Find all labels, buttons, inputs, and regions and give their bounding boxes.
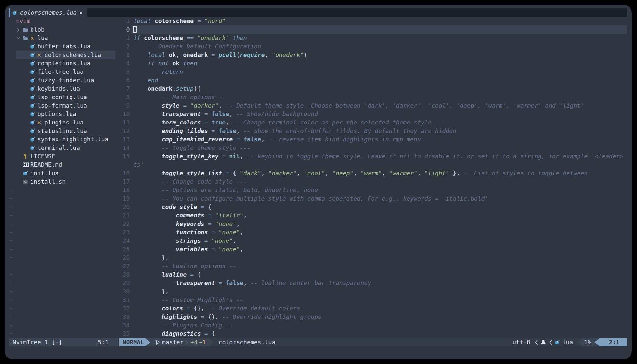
code-text: onedark.setup({ bbox=[133, 84, 201, 93]
code-line: 24 strings = "none", bbox=[5, 237, 632, 245]
code-line: 31 -- Custom Highlights -- bbox=[5, 296, 632, 304]
statusline: NvimTree_1 [-]5:1NORMALmaster+4~1colorsc… bbox=[5, 338, 632, 346]
line-number: 20 bbox=[119, 203, 130, 211]
code-line: 3 local ok, onedark = pcall(require, "on… bbox=[5, 51, 632, 59]
code-line: ts' bbox=[5, 161, 632, 169]
code-text: -- Lualine options -- bbox=[133, 262, 236, 270]
code-text: lualine = { bbox=[133, 270, 201, 279]
line-number: 29 bbox=[119, 279, 130, 287]
code-text: -- Plugins Config -- bbox=[133, 321, 233, 330]
code-line: 5 return bbox=[5, 68, 632, 76]
line-number: 2 bbox=[119, 42, 130, 51]
statusline-mode: NORMAL bbox=[123, 338, 144, 346]
linux-icon bbox=[540, 339, 546, 345]
code-text: if colorscheme == "onedark" then bbox=[133, 34, 247, 42]
tab-label[interactable]: colorschemes.lua bbox=[20, 8, 77, 17]
line-number: 12 bbox=[119, 127, 130, 135]
tab-file-icon bbox=[12, 10, 17, 15]
code-text: local ok, onedark = pcall(require, "oned… bbox=[133, 51, 307, 59]
code-text: -- Onedark Default Configuration bbox=[133, 42, 261, 51]
separator-chevron-icon bbox=[534, 339, 540, 345]
line-number: 22 bbox=[119, 220, 130, 228]
line-number: 23 bbox=[119, 228, 130, 237]
code-text: end bbox=[133, 76, 158, 84]
code-line: 23 functions = "none", bbox=[5, 228, 632, 237]
code-line: 34 -- Plugins Config -- bbox=[5, 321, 632, 330]
git-branch-icon bbox=[155, 340, 161, 345]
line-number: 27 bbox=[119, 262, 130, 270]
code-text: }, bbox=[133, 254, 169, 262]
code-line: 15 toggle_style_key = nil, -- keybind to… bbox=[5, 152, 632, 161]
line-number: 30 bbox=[119, 287, 130, 296]
code-line: 10 transparent = false, -- Show/hide bac… bbox=[5, 110, 632, 118]
code-text: style = "darker", -- Default theme style… bbox=[133, 101, 584, 110]
code-line: 18 -- Options are italic, bold, underlin… bbox=[5, 186, 632, 194]
line-number: 33 bbox=[119, 313, 130, 321]
line-number: 17 bbox=[119, 177, 130, 186]
code-text: -- You can configure multiple style with… bbox=[133, 194, 488, 203]
line-number: 25 bbox=[119, 245, 130, 254]
component-separator-icon bbox=[184, 340, 189, 345]
line-number: 35 bbox=[119, 330, 130, 338]
statusline-tree-location: 5:1 bbox=[98, 338, 109, 346]
code-line: 32 colors = {}, -- Override default colo… bbox=[5, 304, 632, 313]
line-number: 9 bbox=[119, 101, 130, 110]
line-number: 3 bbox=[119, 51, 130, 59]
code-line: 8 -- Main options -- bbox=[5, 93, 632, 101]
code-text: colors = {}, -- Override default colors bbox=[133, 304, 300, 313]
code-line: 25 variables = "none", bbox=[5, 245, 632, 254]
code-text: term_colors = true, -- Change terminal c… bbox=[133, 118, 431, 127]
statusline-diff-added: +4 bbox=[190, 338, 198, 346]
statusline-filetype: lua bbox=[563, 338, 573, 346]
code-line: 22 keywords = "none", bbox=[5, 220, 632, 228]
code-text: local colorscheme = "nord" bbox=[133, 17, 226, 25]
separator-chevron-icon bbox=[548, 339, 554, 345]
code-line: 1if colorscheme == "onedark" then bbox=[5, 34, 632, 42]
neovim-window: colorschemes.lua×nvimblobluabuffer-tabs.… bbox=[5, 5, 632, 359]
statusline-progress: 1% bbox=[584, 338, 591, 346]
line-number: 5 bbox=[119, 68, 130, 76]
code-line: 13 cmp_itemkind_reverse = false, -- reve… bbox=[5, 135, 632, 144]
line-number: 11 bbox=[119, 118, 130, 127]
line-number: 1 bbox=[119, 34, 130, 42]
bufferline: colorschemes.lua× bbox=[5, 8, 632, 17]
tab-close-icon[interactable]: × bbox=[79, 8, 83, 17]
line-number: 15 bbox=[119, 152, 130, 161]
code-text: -- Custom Highlights -- bbox=[133, 296, 243, 304]
code-line: 4 if not ok then bbox=[5, 59, 632, 68]
line-number: 6 bbox=[119, 76, 130, 84]
code-line: 19 -- You can configure multiple style w… bbox=[5, 194, 632, 203]
filetype-lua-icon bbox=[555, 340, 560, 345]
code-line: 14 -- toggle theme style --- bbox=[5, 144, 632, 152]
code-text: if not ok then bbox=[133, 59, 197, 68]
code-text: strings = "none", bbox=[133, 237, 236, 245]
statusline-git-branch: master bbox=[162, 338, 184, 346]
code-editor[interactable]: 1local colorscheme = "nord"01if colorsch… bbox=[5, 17, 632, 338]
code-text: ending_tildes = false, -- Show the end-o… bbox=[133, 127, 456, 135]
code-line: 6 end bbox=[5, 76, 632, 84]
code-text: return bbox=[133, 68, 183, 76]
code-text: variables = "none", bbox=[133, 245, 243, 254]
line-number: 14 bbox=[119, 144, 130, 152]
code-line: 21 comments = "italic", bbox=[5, 211, 632, 220]
statusline-diff-modified: ~1 bbox=[199, 338, 206, 346]
line-number: 18 bbox=[119, 186, 130, 194]
code-line: 33 highlights = {}, -- Override highligh… bbox=[5, 313, 632, 321]
line-number: 28 bbox=[119, 270, 130, 279]
line-number: 26 bbox=[119, 254, 130, 262]
code-line: 12 ending_tildes = false, -- Show the en… bbox=[5, 127, 632, 135]
code-line: 17 -- Change code style --- bbox=[5, 177, 632, 186]
code-line: 11 term_colors = true, -- Change termina… bbox=[5, 118, 632, 127]
code-text: -- Change code style --- bbox=[133, 177, 247, 186]
code-text: -- toggle theme style --- bbox=[133, 144, 250, 152]
code-line: 16 toggle_style_list = { "dark", "darker… bbox=[5, 169, 632, 177]
statusline-filename: colorschemes.lua bbox=[219, 338, 276, 346]
code-text: transparent = false, -- lualine center b… bbox=[133, 279, 371, 287]
line-number: 32 bbox=[119, 304, 130, 313]
code-text: functions = "none", bbox=[133, 228, 243, 237]
code-line: 28 lualine = { bbox=[5, 270, 632, 279]
line-number: 4 bbox=[119, 59, 130, 68]
line-number: 13 bbox=[119, 135, 130, 144]
line-number bbox=[119, 161, 130, 169]
code-line: 7 onedark.setup({ bbox=[5, 84, 632, 93]
